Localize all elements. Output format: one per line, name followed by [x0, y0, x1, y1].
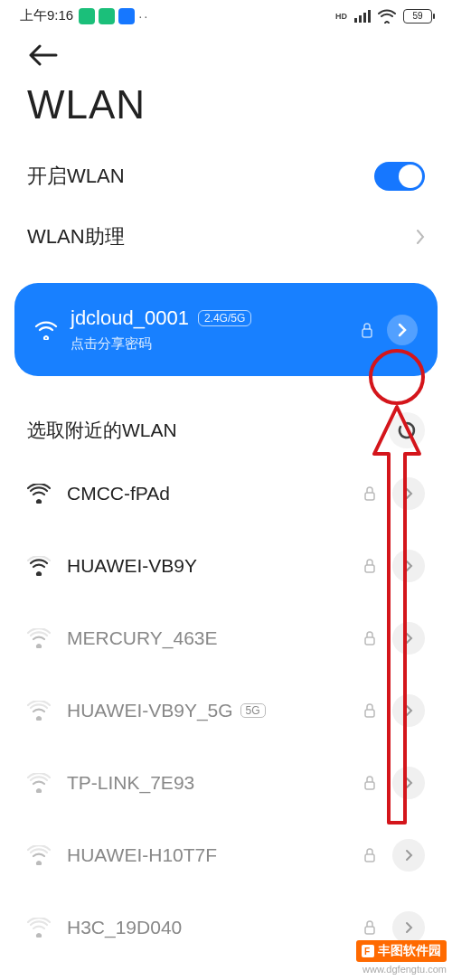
wifi-icon	[27, 484, 51, 504]
network-row[interactable]: HUAWEI-VB9Y_5G5G	[0, 674, 452, 747]
network-name: HUAWEI-H10T7F	[67, 844, 347, 866]
svg-rect-10	[365, 854, 374, 862]
nearby-networks-label: 选取附近的WLAN	[27, 418, 177, 443]
network-list: CMCC-fPAd HUAWEI-VB9Y MERCURY_463E HUAWE…	[0, 457, 452, 964]
network-row[interactable]: TP-LINK_7E93	[0, 747, 452, 819]
svg-rect-6	[365, 565, 374, 572]
refresh-button[interactable]	[389, 412, 425, 448]
wlan-toggle[interactable]	[374, 162, 425, 191]
lock-icon	[363, 848, 376, 862]
status-alipay-icon	[118, 8, 135, 24]
network-row[interactable]: HUAWEI-VB9Y	[0, 530, 452, 602]
chevron-right-icon	[405, 849, 413, 862]
status-app-icon	[99, 8, 115, 24]
chevron-right-icon	[405, 921, 413, 934]
wlan-enable-label: 开启WLAN	[27, 163, 125, 190]
band-badge: 2.4G/5G	[198, 310, 251, 326]
status-more-icon: ··	[138, 8, 149, 24]
watermark-logo-icon: F	[362, 945, 374, 957]
lock-icon	[363, 559, 376, 573]
svg-rect-1	[359, 15, 362, 23]
svg-rect-0	[354, 18, 357, 23]
network-detail-button[interactable]	[392, 694, 425, 727]
lock-icon	[363, 703, 376, 718]
connected-network-card[interactable]: jdcloud_0001 2.4G/5G 点击分享密码	[14, 283, 438, 376]
chevron-right-icon	[416, 229, 425, 245]
wifi-icon	[34, 320, 58, 340]
band-badge: 5G	[240, 703, 266, 718]
network-detail-button[interactable]	[392, 550, 425, 582]
wifi-icon	[27, 628, 51, 648]
lock-icon	[363, 920, 376, 935]
refresh-icon	[397, 420, 417, 440]
chevron-right-icon	[405, 777, 413, 789]
back-icon[interactable]	[27, 44, 58, 66]
network-name: HUAWEI-VB9Y_5G5G	[67, 700, 347, 721]
lock-icon	[363, 486, 376, 501]
status-time: 上午9:16	[20, 7, 73, 24]
wlan-assistant-row[interactable]: WLAN助理	[0, 207, 452, 267]
lock-icon	[363, 776, 376, 790]
watermark-brand: 丰图软件园	[378, 943, 441, 959]
network-detail-button[interactable]	[392, 622, 425, 655]
cellular-signal-icon	[354, 10, 371, 23]
connected-network-name: jdcloud_0001	[71, 306, 189, 330]
wifi-icon	[27, 556, 51, 576]
chevron-right-icon	[405, 704, 413, 717]
network-detail-button[interactable]	[392, 839, 425, 872]
chevron-right-icon	[398, 323, 407, 337]
svg-rect-9	[365, 782, 374, 789]
network-name: TP-LINK_7E93	[67, 772, 347, 794]
network-detail-button[interactable]	[392, 477, 425, 510]
chevron-right-icon	[405, 487, 413, 500]
svg-rect-5	[365, 493, 374, 500]
svg-rect-4	[363, 329, 372, 337]
connected-subtext: 点击分享密码	[71, 335, 347, 353]
page-title: WLAN	[0, 66, 452, 146]
svg-rect-7	[365, 637, 374, 645]
wlan-enable-row[interactable]: 开启WLAN	[0, 146, 452, 207]
network-row[interactable]: HUAWEI-H10T7F	[0, 819, 452, 891]
wifi-icon	[378, 9, 396, 24]
watermark-url: www.dgfengtu.com	[363, 964, 447, 975]
network-name: MERCURY_463E	[67, 627, 347, 649]
lock-icon	[360, 322, 374, 338]
svg-text:F: F	[364, 947, 370, 956]
hd-indicator: HD	[335, 12, 347, 21]
status-app-icon	[79, 8, 95, 24]
svg-rect-3	[368, 10, 371, 23]
svg-rect-11	[365, 927, 374, 934]
network-name: CMCC-fPAd	[67, 483, 347, 504]
chevron-right-icon	[405, 632, 413, 645]
wifi-icon	[27, 845, 51, 865]
wifi-icon	[27, 773, 51, 793]
battery-indicator: 59	[403, 9, 432, 24]
wifi-icon	[27, 701, 51, 721]
svg-rect-2	[363, 13, 366, 23]
network-detail-button[interactable]	[392, 911, 425, 944]
network-row[interactable]: CMCC-fPAd	[0, 457, 452, 530]
network-detail-button[interactable]	[387, 315, 418, 345]
wifi-icon	[27, 918, 51, 938]
chevron-right-icon	[405, 560, 413, 572]
status-bar: 上午9:16 ·· HD 59	[0, 0, 452, 28]
svg-rect-8	[365, 710, 374, 717]
lock-icon	[363, 631, 376, 645]
network-name: HUAWEI-VB9Y	[67, 555, 347, 577]
network-detail-button[interactable]	[392, 767, 425, 799]
wlan-assistant-label: WLAN助理	[27, 223, 125, 250]
watermark: F 丰图软件园 www.dgfengtu.com	[356, 940, 447, 975]
network-name: H3C_19D040	[67, 917, 347, 938]
network-row[interactable]: MERCURY_463E	[0, 602, 452, 674]
